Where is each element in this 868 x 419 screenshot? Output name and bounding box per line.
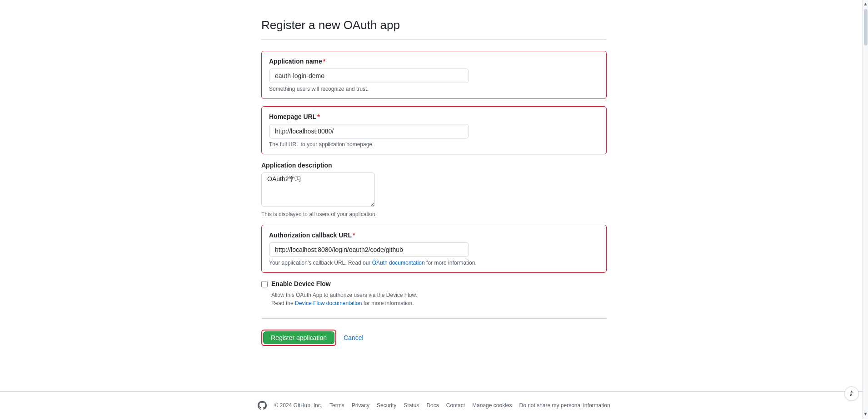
- action-row: Register application Cancel: [261, 330, 607, 346]
- github-logo: [258, 401, 267, 410]
- scroll-down-arrow[interactable]: ▼: [863, 410, 868, 417]
- scrollbar-thumb[interactable]: [864, 9, 868, 45]
- description-label: Application description: [261, 162, 607, 169]
- description-field-group: Application description OAuth2学习 This is…: [261, 162, 607, 217]
- device-flow-desc-line1: Allow this OAuth App to authorize users …: [271, 291, 607, 299]
- description-hint: This is displayed to all users of your a…: [261, 211, 607, 217]
- required-star-2: *: [317, 113, 319, 120]
- device-flow-row: Enable Device Flow: [261, 280, 607, 287]
- action-divider: [261, 318, 607, 319]
- device-flow-label: Enable Device Flow: [271, 280, 331, 287]
- title-divider: [261, 39, 607, 40]
- app-name-input[interactable]: [269, 69, 469, 83]
- callback-url-label: Authorization callback URL*: [269, 232, 599, 239]
- callback-url-hint: Your application's callback URL. Read ou…: [269, 260, 599, 266]
- device-flow-field-group: Enable Device Flow Allow this OAuth App …: [261, 280, 607, 307]
- footer-privacy-link[interactable]: Privacy: [352, 402, 369, 409]
- register-btn-wrapper: Register application: [261, 330, 336, 346]
- description-textarea[interactable]: OAuth2学习: [261, 173, 375, 207]
- register-application-button[interactable]: Register application: [263, 331, 334, 344]
- device-flow-checkbox[interactable]: [261, 281, 268, 287]
- homepage-url-input[interactable]: [269, 124, 469, 138]
- footer: © 2024 GitHub, Inc. Terms Privacy Securi…: [0, 391, 868, 419]
- scroll-up-arrow[interactable]: ▲: [863, 0, 868, 7]
- footer-terms-link[interactable]: Terms: [329, 402, 344, 409]
- homepage-url-label: Homepage URL*: [269, 113, 599, 120]
- footer-status-link[interactable]: Status: [404, 402, 419, 409]
- accessibility-icon[interactable]: [844, 386, 859, 401]
- footer-manage-cookies-link[interactable]: Manage cookies: [472, 402, 512, 409]
- required-star: *: [323, 58, 325, 65]
- homepage-url-field-group: Homepage URL* The full URL to your appli…: [261, 106, 607, 154]
- device-flow-description: Allow this OAuth App to authorize users …: [271, 291, 607, 307]
- footer-docs-link[interactable]: Docs: [426, 402, 439, 409]
- scrollbar: ▲ ▼: [863, 0, 868, 419]
- callback-url-field-group: Authorization callback URL* Your applica…: [261, 225, 607, 273]
- page-title: Register a new OAuth app: [261, 18, 607, 32]
- svg-point-0: [851, 391, 853, 392]
- app-name-field-group: Application name* Something users will r…: [261, 51, 607, 99]
- footer-copyright: © 2024 GitHub, Inc.: [274, 402, 322, 409]
- cancel-link[interactable]: Cancel: [344, 334, 364, 341]
- homepage-url-hint: The full URL to your application homepag…: [269, 141, 599, 148]
- callback-url-input[interactable]: [269, 242, 469, 257]
- app-name-hint: Something users will recognize and trust…: [269, 86, 599, 92]
- app-name-label: Application name*: [269, 58, 599, 65]
- footer-do-not-share-link[interactable]: Do not share my personal information: [519, 402, 610, 409]
- device-flow-docs-link[interactable]: Device Flow documentation: [295, 300, 362, 306]
- footer-security-link[interactable]: Security: [377, 402, 396, 409]
- oauth-docs-link[interactable]: OAuth documentation: [372, 260, 425, 266]
- device-flow-desc-line2: Read the Device Flow documentation for m…: [271, 299, 607, 307]
- required-star-3: *: [353, 232, 355, 239]
- footer-contact-link[interactable]: Contact: [446, 402, 465, 409]
